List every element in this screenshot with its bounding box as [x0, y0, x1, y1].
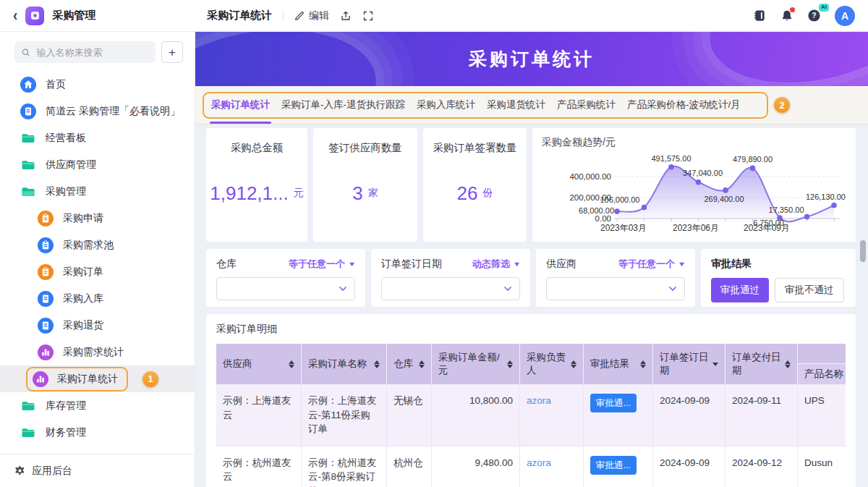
- sidebar-item-1[interactable]: 简道云 采购管理「必看说明」: [0, 98, 195, 124]
- sidebar-item-label: 经营看板: [46, 132, 86, 145]
- sidebar-item-11[interactable]: 采购订单统计1: [0, 365, 195, 392]
- help-icon[interactable]: ? AI: [807, 9, 821, 22]
- svg-text:347,040.00: 347,040.00: [683, 169, 723, 177]
- back-icon[interactable]: ‹: [13, 7, 17, 24]
- sidebar-item-2[interactable]: 经营看板: [0, 124, 195, 151]
- stat-value: 3: [352, 182, 362, 205]
- chevron-down-icon: [339, 286, 347, 292]
- app-backend-button[interactable]: 应用后台: [0, 454, 195, 487]
- sidebar-item-label: 采购订单: [63, 266, 103, 279]
- tab-5[interactable]: 产品采购价格-波动统计/月: [627, 86, 741, 124]
- owner-link[interactable]: azora: [527, 395, 551, 406]
- caret-down-icon: ▼: [678, 261, 686, 268]
- cell-order_name: 示例：杭州道友云-第8份采购订单: [302, 446, 387, 487]
- folder-icon: [20, 425, 36, 441]
- add-app-button[interactable]: +: [161, 41, 183, 63]
- sidebar-item-13[interactable]: 财务管理: [0, 419, 195, 446]
- annotation-badge-1: 1: [142, 371, 158, 387]
- tab-4[interactable]: 产品采购统计: [557, 86, 616, 124]
- table-row-1[interactable]: 示例：杭州道友云示例：杭州道友云-第8份采购订单杭州仓9,480.00azora…: [216, 446, 846, 487]
- stat-row: 采购总金额 1,912,1...元 签订供应商数量 3家 采购订单签署数量 26…: [206, 128, 856, 242]
- stat-card-supplier-count: 签订供应商数量 3家: [313, 128, 417, 242]
- sort-icon: [507, 360, 513, 368]
- column-header-4[interactable]: 采购负责人: [520, 344, 584, 384]
- share-icon[interactable]: [340, 10, 352, 22]
- svg-text:479,890.00: 479,890.00: [733, 155, 773, 164]
- sidebar-item-12[interactable]: 库存管理: [0, 392, 195, 419]
- home-icon: [20, 77, 36, 93]
- app-title: 采购管理: [52, 9, 95, 22]
- tab-1[interactable]: 采购订单-入库-退货执行跟踪: [281, 86, 405, 124]
- notification-bell-icon[interactable]: [780, 9, 793, 22]
- page-banner: 采购订单统计: [195, 32, 868, 86]
- filter-operator[interactable]: 等于任意一个▼: [618, 258, 685, 271]
- filter-row: 仓库 等于任意一个▼ 订单签订日期 动态筛选▼ 供应商 等于任意一个▼: [206, 249, 856, 307]
- table-row-0[interactable]: 示例：上海道友云示例：上海道友云-第11份采购订单无锡仓10,800.00azo…: [216, 384, 846, 446]
- dashboard-tabs: 采购订单统计采购订单-入库-退货执行跟踪采购入库统计采购退货统计产品采购统计产品…: [205, 86, 741, 124]
- svg-text:269,400.00: 269,400.00: [704, 195, 744, 203]
- sort-icon: [785, 360, 791, 368]
- doc-icon: [38, 291, 54, 307]
- filter-operator[interactable]: 等于任意一个▼: [289, 258, 355, 271]
- stat-title: 采购订单签署数量: [433, 141, 517, 155]
- dashboard-content: 采购总金额 1,912,1...元 签订供应商数量 3家 采购订单签署数量 26…: [195, 124, 868, 487]
- approval-pass-button[interactable]: 审批通过: [711, 278, 769, 302]
- sidebar-item-5[interactable]: 采购申请: [0, 205, 195, 232]
- sidebar-item-9[interactable]: 采购退货: [0, 312, 195, 339]
- sidebar-item-0[interactable]: 首页: [0, 71, 195, 98]
- stat-title: 签订供应商数量: [328, 141, 402, 155]
- stat-card-order-count: 采购订单签署数量 26份: [423, 128, 527, 242]
- column-header-6[interactable]: 订单签订日期: [653, 344, 726, 384]
- caret-down-icon: ▼: [513, 261, 522, 268]
- sidebar-item-6[interactable]: 采购需求池: [0, 232, 195, 258]
- sign-date-select[interactable]: [381, 277, 520, 300]
- column-header-label: 采购订单金额/元: [438, 351, 507, 377]
- svg-text:491,575.00: 491,575.00: [651, 154, 691, 163]
- sidebar-item-10[interactable]: 采购需求统计: [0, 339, 195, 365]
- column-header-7[interactable]: 订单交付日期: [726, 344, 798, 384]
- sidebar-item-7[interactable]: 采购订单: [0, 258, 195, 285]
- table-title: 采购订单明细: [216, 323, 846, 336]
- tab-0[interactable]: 采购订单统计: [211, 86, 270, 124]
- column-header-1[interactable]: 采购订单名称: [302, 344, 387, 384]
- search-box[interactable]: [14, 41, 156, 63]
- top-bar-right: ? AI A: [753, 6, 868, 26]
- address-book-icon[interactable]: [753, 9, 767, 22]
- top-bar-left: ‹ 采购管理: [0, 7, 195, 25]
- cell-warehouse: 杭州仓: [387, 446, 432, 487]
- column-header-0[interactable]: 供应商: [216, 344, 302, 384]
- sidebar-menu: 首页简道云 采购管理「必看说明」经营看板供应商管理采购管理采购申请采购需求池采购…: [0, 69, 195, 454]
- stat-title: 采购总金额: [231, 141, 284, 155]
- sidebar-item-3[interactable]: 供应商管理: [0, 151, 195, 178]
- tab-2[interactable]: 采购入库统计: [417, 86, 475, 124]
- cell-product: Dusun: [798, 446, 846, 487]
- supplier-select[interactable]: [546, 277, 685, 300]
- chart-title: 采购金额趋势/元: [542, 136, 851, 149]
- column-header-label: 仓库: [393, 357, 413, 370]
- stat-unit: 份: [482, 187, 493, 200]
- column-header-8[interactable]: 产品名称: [798, 344, 846, 384]
- warehouse-select[interactable]: [216, 277, 355, 300]
- column-header-5[interactable]: 审批结果: [584, 344, 653, 384]
- search-input[interactable]: [35, 46, 148, 59]
- column-header-label: 产品名称: [798, 364, 846, 384]
- fullscreen-icon[interactable]: [362, 10, 374, 22]
- avatar[interactable]: A: [835, 6, 855, 26]
- sort-icon: [419, 360, 425, 368]
- svg-text:0.00: 0.00: [595, 214, 611, 223]
- owner-link[interactable]: azora: [527, 457, 551, 468]
- divider: [283, 10, 284, 21]
- tab-3[interactable]: 采购退货统计: [487, 86, 545, 124]
- sidebar-item-4[interactable]: 采购管理: [0, 178, 195, 205]
- vertical-scrollbar-thumb[interactable]: [860, 240, 866, 262]
- sidebar-item-label: 采购管理: [46, 185, 86, 198]
- column-header-2[interactable]: 仓库: [387, 344, 432, 384]
- filter-operator[interactable]: 动态筛选▼: [472, 258, 520, 271]
- approval-fail-button[interactable]: 审批不通过: [775, 278, 844, 302]
- filter-sign-date: 订单签订日期 动态筛选▼: [371, 249, 530, 307]
- cell-approval: 审批通...: [584, 384, 653, 446]
- caret-down-icon: ▼: [348, 261, 357, 268]
- column-header-3[interactable]: 采购订单金额/元: [432, 344, 520, 384]
- edit-button[interactable]: 编辑: [294, 9, 329, 22]
- sidebar-item-8[interactable]: 采购入库: [0, 285, 195, 312]
